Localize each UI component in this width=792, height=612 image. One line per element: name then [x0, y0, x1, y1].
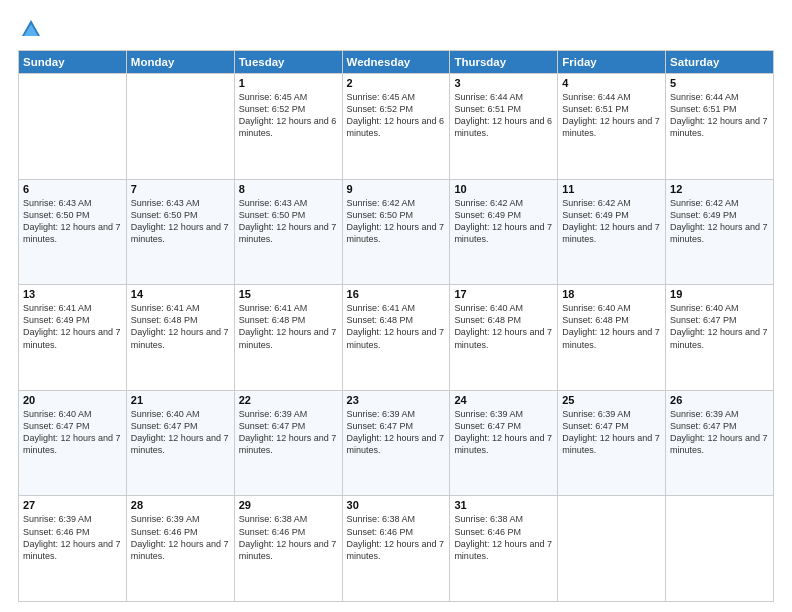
calendar-cell: 17Sunrise: 6:40 AM Sunset: 6:48 PM Dayli…: [450, 285, 558, 391]
calendar-cell: 1Sunrise: 6:45 AM Sunset: 6:52 PM Daylig…: [234, 74, 342, 180]
day-number: 23: [347, 394, 446, 406]
calendar-cell: 29Sunrise: 6:38 AM Sunset: 6:46 PM Dayli…: [234, 496, 342, 602]
calendar-cell: [19, 74, 127, 180]
day-number: 16: [347, 288, 446, 300]
header: [18, 18, 774, 40]
day-detail: Sunrise: 6:39 AM Sunset: 6:46 PM Dayligh…: [23, 513, 122, 562]
week-row-1: 1Sunrise: 6:45 AM Sunset: 6:52 PM Daylig…: [19, 74, 774, 180]
day-detail: Sunrise: 6:40 AM Sunset: 6:47 PM Dayligh…: [131, 408, 230, 457]
day-number: 10: [454, 183, 553, 195]
day-number: 28: [131, 499, 230, 511]
calendar-cell: 26Sunrise: 6:39 AM Sunset: 6:47 PM Dayli…: [666, 390, 774, 496]
week-row-3: 13Sunrise: 6:41 AM Sunset: 6:49 PM Dayli…: [19, 285, 774, 391]
day-number: 30: [347, 499, 446, 511]
day-detail: Sunrise: 6:43 AM Sunset: 6:50 PM Dayligh…: [23, 197, 122, 246]
day-detail: Sunrise: 6:42 AM Sunset: 6:49 PM Dayligh…: [562, 197, 661, 246]
day-detail: Sunrise: 6:44 AM Sunset: 6:51 PM Dayligh…: [562, 91, 661, 140]
day-number: 4: [562, 77, 661, 89]
calendar-cell: 31Sunrise: 6:38 AM Sunset: 6:46 PM Dayli…: [450, 496, 558, 602]
day-number: 26: [670, 394, 769, 406]
day-number: 3: [454, 77, 553, 89]
day-detail: Sunrise: 6:40 AM Sunset: 6:48 PM Dayligh…: [562, 302, 661, 351]
calendar-cell: 24Sunrise: 6:39 AM Sunset: 6:47 PM Dayli…: [450, 390, 558, 496]
day-detail: Sunrise: 6:40 AM Sunset: 6:48 PM Dayligh…: [454, 302, 553, 351]
calendar-cell: 2Sunrise: 6:45 AM Sunset: 6:52 PM Daylig…: [342, 74, 450, 180]
weekday-header-monday: Monday: [126, 51, 234, 74]
day-detail: Sunrise: 6:41 AM Sunset: 6:48 PM Dayligh…: [239, 302, 338, 351]
day-detail: Sunrise: 6:39 AM Sunset: 6:47 PM Dayligh…: [454, 408, 553, 457]
week-row-5: 27Sunrise: 6:39 AM Sunset: 6:46 PM Dayli…: [19, 496, 774, 602]
calendar-cell: 30Sunrise: 6:38 AM Sunset: 6:46 PM Dayli…: [342, 496, 450, 602]
day-detail: Sunrise: 6:43 AM Sunset: 6:50 PM Dayligh…: [131, 197, 230, 246]
calendar-cell: 13Sunrise: 6:41 AM Sunset: 6:49 PM Dayli…: [19, 285, 127, 391]
calendar-cell: 7Sunrise: 6:43 AM Sunset: 6:50 PM Daylig…: [126, 179, 234, 285]
calendar-cell: 20Sunrise: 6:40 AM Sunset: 6:47 PM Dayli…: [19, 390, 127, 496]
weekday-header-thursday: Thursday: [450, 51, 558, 74]
calendar-cell: 3Sunrise: 6:44 AM Sunset: 6:51 PM Daylig…: [450, 74, 558, 180]
day-detail: Sunrise: 6:40 AM Sunset: 6:47 PM Dayligh…: [670, 302, 769, 351]
day-detail: Sunrise: 6:39 AM Sunset: 6:46 PM Dayligh…: [131, 513, 230, 562]
day-number: 1: [239, 77, 338, 89]
calendar-cell: 8Sunrise: 6:43 AM Sunset: 6:50 PM Daylig…: [234, 179, 342, 285]
calendar-cell: 4Sunrise: 6:44 AM Sunset: 6:51 PM Daylig…: [558, 74, 666, 180]
calendar-table: SundayMondayTuesdayWednesdayThursdayFrid…: [18, 50, 774, 602]
calendar-cell: [666, 496, 774, 602]
day-detail: Sunrise: 6:45 AM Sunset: 6:52 PM Dayligh…: [239, 91, 338, 140]
day-detail: Sunrise: 6:38 AM Sunset: 6:46 PM Dayligh…: [454, 513, 553, 562]
day-number: 29: [239, 499, 338, 511]
day-detail: Sunrise: 6:41 AM Sunset: 6:48 PM Dayligh…: [131, 302, 230, 351]
logo-icon: [20, 18, 42, 40]
day-detail: Sunrise: 6:43 AM Sunset: 6:50 PM Dayligh…: [239, 197, 338, 246]
day-detail: Sunrise: 6:42 AM Sunset: 6:49 PM Dayligh…: [454, 197, 553, 246]
day-number: 14: [131, 288, 230, 300]
calendar-cell: 15Sunrise: 6:41 AM Sunset: 6:48 PM Dayli…: [234, 285, 342, 391]
calendar-cell: 9Sunrise: 6:42 AM Sunset: 6:50 PM Daylig…: [342, 179, 450, 285]
day-number: 21: [131, 394, 230, 406]
day-detail: Sunrise: 6:44 AM Sunset: 6:51 PM Dayligh…: [454, 91, 553, 140]
calendar-cell: [558, 496, 666, 602]
weekday-header-tuesday: Tuesday: [234, 51, 342, 74]
calendar-cell: 25Sunrise: 6:39 AM Sunset: 6:47 PM Dayli…: [558, 390, 666, 496]
day-number: 19: [670, 288, 769, 300]
logo: [18, 18, 42, 40]
calendar-cell: 6Sunrise: 6:43 AM Sunset: 6:50 PM Daylig…: [19, 179, 127, 285]
calendar-cell: 23Sunrise: 6:39 AM Sunset: 6:47 PM Dayli…: [342, 390, 450, 496]
calendar-cell: 5Sunrise: 6:44 AM Sunset: 6:51 PM Daylig…: [666, 74, 774, 180]
weekday-header-friday: Friday: [558, 51, 666, 74]
day-detail: Sunrise: 6:39 AM Sunset: 6:47 PM Dayligh…: [670, 408, 769, 457]
day-number: 27: [23, 499, 122, 511]
calendar-cell: 14Sunrise: 6:41 AM Sunset: 6:48 PM Dayli…: [126, 285, 234, 391]
day-number: 18: [562, 288, 661, 300]
calendar-cell: 22Sunrise: 6:39 AM Sunset: 6:47 PM Dayli…: [234, 390, 342, 496]
day-detail: Sunrise: 6:39 AM Sunset: 6:47 PM Dayligh…: [347, 408, 446, 457]
day-number: 7: [131, 183, 230, 195]
day-number: 17: [454, 288, 553, 300]
calendar-cell: 28Sunrise: 6:39 AM Sunset: 6:46 PM Dayli…: [126, 496, 234, 602]
day-detail: Sunrise: 6:39 AM Sunset: 6:47 PM Dayligh…: [239, 408, 338, 457]
day-detail: Sunrise: 6:42 AM Sunset: 6:50 PM Dayligh…: [347, 197, 446, 246]
day-detail: Sunrise: 6:42 AM Sunset: 6:49 PM Dayligh…: [670, 197, 769, 246]
weekday-header-saturday: Saturday: [666, 51, 774, 74]
week-row-2: 6Sunrise: 6:43 AM Sunset: 6:50 PM Daylig…: [19, 179, 774, 285]
calendar-cell: 19Sunrise: 6:40 AM Sunset: 6:47 PM Dayli…: [666, 285, 774, 391]
calendar-cell: 16Sunrise: 6:41 AM Sunset: 6:48 PM Dayli…: [342, 285, 450, 391]
day-number: 9: [347, 183, 446, 195]
day-number: 15: [239, 288, 338, 300]
day-detail: Sunrise: 6:38 AM Sunset: 6:46 PM Dayligh…: [239, 513, 338, 562]
day-number: 11: [562, 183, 661, 195]
day-number: 6: [23, 183, 122, 195]
week-row-4: 20Sunrise: 6:40 AM Sunset: 6:47 PM Dayli…: [19, 390, 774, 496]
day-detail: Sunrise: 6:39 AM Sunset: 6:47 PM Dayligh…: [562, 408, 661, 457]
calendar-cell: 21Sunrise: 6:40 AM Sunset: 6:47 PM Dayli…: [126, 390, 234, 496]
day-number: 5: [670, 77, 769, 89]
day-detail: Sunrise: 6:44 AM Sunset: 6:51 PM Dayligh…: [670, 91, 769, 140]
day-number: 8: [239, 183, 338, 195]
day-detail: Sunrise: 6:45 AM Sunset: 6:52 PM Dayligh…: [347, 91, 446, 140]
weekday-header-row: SundayMondayTuesdayWednesdayThursdayFrid…: [19, 51, 774, 74]
day-number: 13: [23, 288, 122, 300]
day-number: 20: [23, 394, 122, 406]
day-number: 22: [239, 394, 338, 406]
day-detail: Sunrise: 6:41 AM Sunset: 6:49 PM Dayligh…: [23, 302, 122, 351]
calendar-cell: 12Sunrise: 6:42 AM Sunset: 6:49 PM Dayli…: [666, 179, 774, 285]
calendar-cell: 11Sunrise: 6:42 AM Sunset: 6:49 PM Dayli…: [558, 179, 666, 285]
